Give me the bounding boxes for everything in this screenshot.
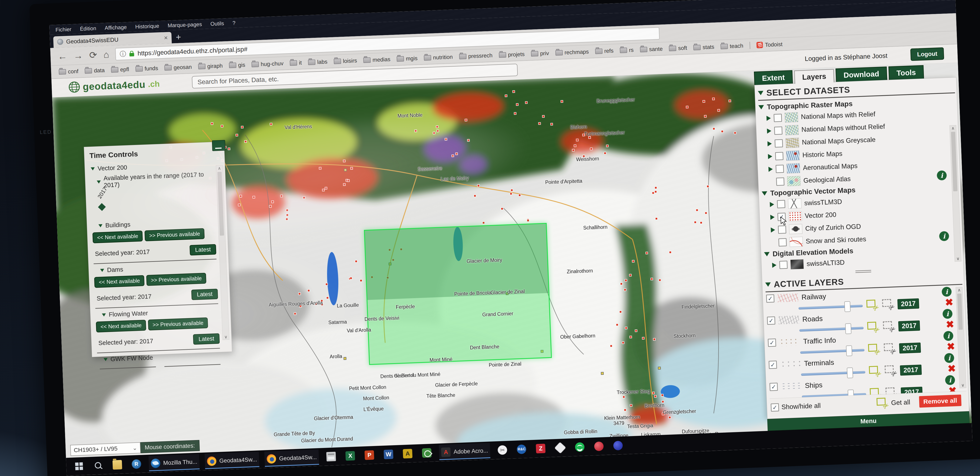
taskbar-item-file-explorer[interactable]: [110, 457, 124, 473]
bookmark-pressrech[interactable]: pressrech: [459, 52, 493, 60]
info-icon[interactable]: i: [944, 353, 954, 363]
opacity-slider[interactable]: [799, 301, 862, 313]
bookmark-labs[interactable]: labs: [308, 58, 328, 65]
time-controls-minimize-button[interactable]: [212, 140, 226, 151]
slider-handle[interactable]: [847, 367, 853, 378]
expand-icon[interactable]: [767, 129, 772, 134]
clip-extent-icon[interactable]: ✂: [881, 298, 894, 311]
bookmark-mgis[interactable]: mgis: [397, 55, 418, 62]
panel-tab-extent[interactable]: Extent: [754, 70, 793, 85]
latest-button[interactable]: Latest: [191, 289, 218, 300]
next-available-button[interactable]: << Next available: [92, 230, 143, 243]
layer-visibility-checkbox[interactable]: ✓: [768, 361, 777, 369]
menu-item-fichier[interactable]: Fichier: [55, 26, 72, 33]
bookmark-nutrition[interactable]: nutrition: [424, 54, 453, 61]
layer-visibility-checkbox[interactable]: ✓: [767, 316, 775, 325]
taskbar-item-search[interactable]: [91, 458, 105, 473]
expand-icon[interactable]: [772, 263, 776, 268]
taskbar-item-spotify[interactable]: [573, 439, 587, 455]
bookmark-geosan[interactable]: geosan: [164, 63, 192, 71]
menu-item-[interactable]: ?: [232, 20, 235, 26]
bookmark-stats[interactable]: stats: [693, 44, 714, 51]
dataset-checkbox[interactable]: [779, 261, 788, 269]
menu-item-historique[interactable]: Historique: [135, 23, 159, 30]
dataset-checkbox[interactable]: [776, 165, 784, 173]
collapse-icon[interactable]: [764, 252, 770, 257]
bookmark-conf[interactable]: conf: [59, 68, 78, 75]
collapse-icon[interactable]: [758, 105, 764, 109]
opacity-slider[interactable]: [800, 345, 864, 357]
remove-layer-icon[interactable]: ✖: [945, 297, 953, 307]
dataset-checkbox[interactable]: [778, 225, 786, 234]
year-marker-diamond[interactable]: [98, 203, 106, 211]
clip-download-icon[interactable]: ✂: [869, 365, 881, 378]
remove-all-button[interactable]: Remove all: [919, 395, 961, 408]
taskbar-item-firefox[interactable]: Geodata4Sw...: [264, 449, 319, 467]
clip-extent-icon[interactable]: ✂: [884, 365, 896, 377]
menu-item-affichage[interactable]: Affichage: [105, 24, 127, 31]
menu-item-marque-pages[interactable]: Marque-pages: [168, 21, 202, 29]
panel-tab-download[interactable]: Download: [835, 67, 887, 82]
collapse-icon[interactable]: [99, 224, 102, 227]
menu-item-outils[interactable]: Outils: [210, 20, 224, 27]
bookmark-projets[interactable]: projets: [499, 51, 525, 59]
time-controls-root-layer[interactable]: Vector 200: [90, 161, 213, 172]
time-section-buildings[interactable]: Buildings: [98, 218, 215, 229]
opacity-slider[interactable]: [801, 367, 865, 379]
bookmark-rs[interactable]: rs: [620, 46, 634, 54]
taskbar-item-rc-app[interactable]: R&C: [514, 441, 529, 457]
bookmark-data[interactable]: data: [84, 67, 105, 75]
new-tab-button[interactable]: +: [176, 32, 181, 42]
taskbar-item-tr-app[interactable]: R: [129, 456, 143, 472]
remove-layer-icon[interactable]: ✖: [947, 341, 955, 351]
dataset-checkbox[interactable]: ✓: [777, 213, 786, 221]
opacity-slider[interactable]: [799, 323, 864, 335]
forward-icon[interactable]: →: [73, 51, 83, 60]
slider-handle[interactable]: [846, 345, 853, 356]
taskbar-item-start[interactable]: [72, 459, 86, 474]
taskbar-item-maps-app[interactable]: [420, 445, 434, 461]
collapse-icon[interactable]: [762, 191, 768, 196]
geodata4edu-logo[interactable]: geodata4edu .ch: [68, 78, 160, 93]
taskbar-item-mail-app[interactable]: [553, 440, 568, 456]
expand-icon[interactable]: [770, 215, 775, 220]
info-icon[interactable]: i: [942, 287, 952, 297]
expand-icon[interactable]: [768, 167, 773, 172]
info-icon[interactable]: i: [943, 331, 953, 341]
collapse-icon[interactable]: [102, 313, 106, 316]
info-icon[interactable]: i: [942, 309, 953, 319]
bookmark-funds[interactable]: funds: [135, 65, 158, 72]
get-all-button[interactable]: ✂ Get all: [876, 396, 910, 409]
map-canvas[interactable]: Val d'HérensMont NobleSasseneireLac de M…: [52, 63, 972, 458]
next-available-button[interactable]: << Next available: [96, 320, 146, 333]
dataset-checkbox[interactable]: [777, 200, 785, 208]
bookmark-loisirs[interactable]: loisirs: [334, 57, 357, 65]
expand-icon[interactable]: [768, 154, 772, 159]
bookmark-sante[interactable]: sante: [640, 46, 663, 53]
bookmark-teach[interactable]: teach: [721, 42, 743, 50]
layer-visibility-checkbox[interactable]: ✓: [770, 383, 778, 391]
bookmark-refs[interactable]: refs: [595, 48, 614, 55]
taskbar-item-acrobat[interactable]: AAdobe Acro...: [439, 443, 490, 460]
dataset-checkbox[interactable]: [775, 152, 783, 160]
collapse-icon[interactable]: [100, 268, 104, 272]
clip-extent-icon[interactable]: ✂: [882, 321, 895, 333]
taskbar-item-printer[interactable]: [324, 449, 338, 464]
show-hide-all-label[interactable]: Show/hide all: [781, 402, 821, 411]
clip-download-icon[interactable]: ✂: [867, 343, 880, 355]
logout-button[interactable]: Logout: [910, 48, 944, 61]
bookmark-todoist[interactable]: Todoist: [756, 41, 783, 48]
slider-handle[interactable]: [845, 323, 851, 334]
time-controls-range[interactable]: Available years in the range (2017 to 20…: [96, 171, 213, 189]
back-icon[interactable]: ←: [57, 51, 67, 61]
expand-icon[interactable]: [767, 116, 771, 121]
latest-button[interactable]: Latest: [190, 244, 216, 255]
time-section-dams[interactable]: Dams: [99, 262, 217, 274]
bookmark-it[interactable]: it: [290, 59, 302, 66]
remove-layer-icon[interactable]: ✖: [946, 319, 954, 329]
expand-icon[interactable]: [767, 141, 772, 146]
bookmark-hug-chuv[interactable]: hug-chuv: [251, 60, 283, 68]
dataset-checkbox[interactable]: [778, 238, 787, 246]
dataset-checkbox[interactable]: [775, 139, 783, 148]
bookmark-priv[interactable]: priv: [531, 50, 549, 57]
